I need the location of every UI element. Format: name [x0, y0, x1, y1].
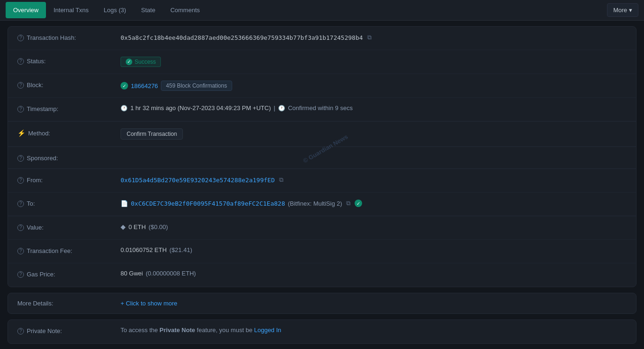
timestamp-help-icon[interactable]: ? [17, 106, 24, 112]
from-value: 0x61D5a4d5Bd270e59E9320243e574288e2a199f… [121, 176, 627, 184]
private-note-help-icon[interactable]: ? [17, 328, 24, 334]
from-address-link[interactable]: 0x61D5a4d5Bd270e59E9320243e574288e2a199f… [121, 177, 275, 184]
private-note-label: ? Private Note: [17, 327, 121, 334]
gas-price-label: ? Gas Price: [17, 270, 121, 278]
tx-hash-value: 0x5a8c2fc18b4ee40dad2887aed00e253666369e… [121, 33, 627, 42]
status-label: ? Status: [17, 57, 121, 65]
contract-icon: 📄 [121, 200, 128, 207]
more-details-label: More Details: [17, 300, 121, 307]
block-help-icon[interactable]: ? [17, 82, 24, 89]
copy-to-icon[interactable]: ⧉ [345, 199, 352, 208]
private-note-text: To access the Private Note feature, you … [121, 327, 281, 334]
tx-fee-help-icon[interactable]: ? [17, 248, 24, 254]
private-note-card: ? Private Note: To access the Private No… [8, 319, 636, 344]
confirm-clock-icon: 🕐 [278, 105, 285, 111]
tx-fee-eth-text: 0.01060752 ETH [121, 246, 167, 253]
status-help-icon[interactable]: ? [17, 58, 24, 65]
timestamp-value: 🕐 1 hr 32 mins ago (Nov-27-2023 04:49:23… [121, 104, 627, 111]
private-note-value: To access the Private Note feature, you … [121, 327, 627, 334]
timestamp-label: ? Timestamp: [17, 104, 121, 112]
value-value: ◆ 0 ETH ($0.00) [121, 223, 627, 230]
tab-comments[interactable]: Comments [163, 2, 207, 18]
from-help-icon[interactable]: ? [17, 177, 24, 184]
tx-fee-value: 0.01060752 ETH ($21.41) [121, 246, 627, 253]
to-value: 📄 0xC6CDE7C39eB2f0F0095F41570af89eFC2C1E… [121, 199, 627, 208]
to-name-text: (Bitfinex: MultiSig 2) [288, 200, 342, 207]
tx-fee-label: ? Transaction Fee: [17, 246, 121, 254]
sponsored-row: ? Sponsored: [8, 147, 636, 169]
to-address-link[interactable]: 0xC6CDE7C39eB2f0F0095F41570af89eFC2C1Ea8… [131, 200, 285, 207]
copy-from-icon[interactable]: ⧉ [278, 176, 285, 184]
show-more-link[interactable]: + Click to show more [121, 300, 177, 307]
tab-logs[interactable]: Logs (3) [96, 2, 134, 18]
method-value: Confirm Transaction [121, 128, 627, 140]
from-row: ? From: 0x61D5a4d5Bd270e59E9320243e57428… [8, 169, 636, 193]
chevron-down-icon: ▾ [629, 7, 632, 14]
block-row: ? Block: ✓ 18664276 459 Block Confirmati… [8, 74, 636, 98]
gas-price-row: ? Gas Price: 80 Gwei (0.00000008 ETH) [8, 263, 636, 287]
tx-fee-row: ? Transaction Fee: 0.01060752 ETH ($21.4… [8, 240, 636, 263]
block-label: ? Block: [17, 81, 121, 89]
more-details-row: More Details: + Click to show more [8, 293, 636, 313]
more-details-card: More Details: + Click to show more [8, 293, 636, 314]
copy-hash-icon[interactable]: ⧉ [366, 33, 373, 42]
tab-overview[interactable]: Overview [6, 2, 46, 18]
value-eth-text: 0 ETH [129, 223, 146, 230]
sponsored-label: ? Sponsored: [17, 154, 121, 162]
gas-eth-text: (0.00000008 ETH) [146, 270, 196, 277]
from-label: ? From: [17, 176, 121, 184]
value-help-icon[interactable]: ? [17, 224, 24, 231]
method-row: ⚡ Method: Confirm Transaction [8, 122, 636, 147]
status-badge: Success [121, 57, 161, 67]
private-note-row: ? Private Note: To access the Private No… [8, 320, 636, 343]
status-row: ? Status: Success [8, 50, 636, 74]
tx-hash-text: 0x5a8c2fc18b4ee40dad2887aed00e253666369e… [121, 34, 363, 41]
eth-diamond-icon: ◆ [121, 223, 126, 230]
to-label: ? To: [17, 199, 121, 207]
timestamp-row: ? Timestamp: 🕐 1 hr 32 mins ago (Nov-27-… [8, 98, 636, 121]
to-check-icon: ✓ [355, 200, 362, 207]
gas-price-value: 80 Gwei (0.00000008 ETH) [121, 270, 627, 277]
logged-in-link[interactable]: Logged In [254, 327, 281, 334]
method-label: ⚡ Method: [17, 128, 121, 137]
value-row: ? Value: ◆ 0 ETH ($0.00) [8, 216, 636, 240]
gas-price-help-icon[interactable]: ? [17, 271, 24, 278]
clock-icon: 🕐 [121, 105, 128, 111]
main-content: ? Transaction Hash: 0x5a8c2fc18b4ee40dad… [0, 21, 644, 349]
sponsored-help-icon[interactable]: ? [17, 155, 24, 162]
tx-hash-help-icon[interactable]: ? [17, 35, 24, 41]
tx-hash-label: ? Transaction Hash: [17, 33, 121, 41]
tx-fee-usd-text: ($21.41) [169, 246, 192, 253]
status-value: Success [121, 57, 627, 67]
block-check-icon: ✓ [121, 82, 128, 89]
confirmed-text: Confirmed within 9 secs [288, 104, 353, 111]
value-usd-text: ($0.00) [149, 223, 168, 230]
value-label: ? Value: [17, 223, 121, 231]
tab-state[interactable]: State [134, 2, 163, 18]
to-row: ? To: 📄 0xC6CDE7C39eB2f0F0095F41570af89e… [8, 193, 636, 216]
method-badge: Confirm Transaction [121, 128, 183, 140]
to-help-icon[interactable]: ? [17, 200, 24, 207]
more-button[interactable]: More ▾ [607, 3, 638, 17]
block-confirmations-badge: 459 Block Confirmations [161, 81, 232, 91]
block-value: ✓ 18664276 459 Block Confirmations [121, 81, 627, 91]
lightning-icon: ⚡ [17, 129, 25, 137]
timestamp-text: 1 hr 32 mins ago (Nov-27-2023 04:49:23 P… [130, 104, 271, 111]
gas-gwei-text: 80 Gwei [121, 270, 143, 277]
tab-bar: Overview Internal Txns Logs (3) State Co… [0, 0, 644, 21]
block-number-link[interactable]: 18664276 [131, 82, 158, 89]
tx-hash-row: ? Transaction Hash: 0x5a8c2fc18b4ee40dad… [8, 27, 636, 50]
transaction-details-card: ? Transaction Hash: 0x5a8c2fc18b4ee40dad… [8, 26, 636, 287]
tab-internal-txns[interactable]: Internal Txns [46, 2, 96, 18]
